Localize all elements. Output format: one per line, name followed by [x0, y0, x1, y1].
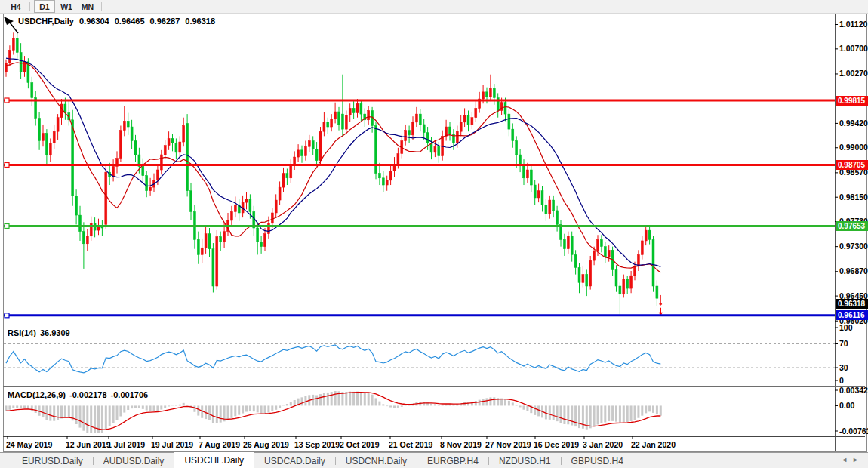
candle-body — [386, 180, 388, 185]
candle-body — [345, 115, 347, 129]
candle-body — [338, 112, 340, 125]
candle-body — [405, 131, 407, 141]
candle-body — [593, 251, 596, 260]
candle-body — [275, 200, 277, 213]
candle-body — [223, 232, 226, 242]
trading-app-window: H4D1W1MN USDCHF,Daily0.963040.964650.962… — [0, 0, 868, 468]
tab-nzdusd-h1[interactable]: NZDUSD.H1 — [489, 453, 561, 468]
level-line-handle[interactable] — [5, 313, 9, 318]
candle-body — [608, 250, 610, 257]
candle-body — [168, 138, 170, 145]
candle-body — [537, 191, 540, 198]
candle-body — [212, 249, 214, 286]
candle-body — [578, 267, 580, 282]
candle-body — [415, 114, 417, 122]
candle-body — [146, 176, 148, 191]
candle-body — [38, 118, 41, 140]
candle-body — [419, 114, 421, 125]
candle-body — [549, 200, 551, 214]
candle-body — [20, 52, 22, 72]
candle-body — [164, 146, 166, 155]
candle-body — [626, 279, 629, 288]
candle-body — [397, 153, 399, 164]
tab-eurgbp-h4[interactable]: EURGBP.H4 — [417, 453, 488, 468]
ohlc-close: 0.96318 — [185, 17, 215, 26]
candle-body — [57, 118, 59, 131]
candle-body — [112, 166, 115, 177]
candle-body — [534, 185, 536, 198]
candle-body — [156, 170, 159, 180]
candle-body — [504, 103, 506, 114]
candle-body — [119, 131, 122, 159]
candle-body — [430, 143, 432, 152]
tab-gbpusd-h4[interactable]: GBPUSD.H4 — [562, 453, 633, 468]
candle-body — [134, 141, 137, 155]
chart-window-frame — [4, 14, 867, 452]
candle-body — [319, 131, 322, 161]
candle-body — [434, 146, 436, 152]
candle-body — [179, 142, 181, 152]
candle-body — [356, 103, 359, 112]
candle-body — [630, 276, 633, 288]
candle-body — [260, 242, 263, 246]
candle-body — [597, 239, 599, 251]
candle-body — [257, 228, 259, 242]
candle-body — [301, 150, 303, 156]
candle-body — [79, 215, 82, 232]
level-line-handle[interactable] — [5, 223, 9, 228]
candle-body — [493, 88, 495, 97]
candle-body — [186, 123, 189, 190]
tab-audusd-daily[interactable]: AUDUSD.Daily — [94, 453, 174, 468]
tab-scroll-arrows[interactable]: ◄► — [841, 456, 863, 463]
candle-body — [463, 115, 466, 122]
candle-body — [656, 286, 658, 298]
candle-body — [45, 134, 48, 155]
candle-body — [205, 234, 207, 248]
candle-body — [589, 260, 592, 286]
tab-usdcad-daily[interactable]: USDCAD.Daily — [254, 453, 335, 468]
candle-body — [245, 199, 248, 203]
candle-body — [586, 275, 588, 286]
ohlc-low: 0.96287 — [150, 17, 180, 26]
level-line-handle[interactable] — [5, 162, 9, 167]
tab-scroll-left-icon[interactable]: ◄ — [841, 456, 852, 463]
candle-body — [456, 131, 458, 143]
candle-body — [334, 112, 337, 119]
symbol-period-label: USDCHF,Daily — [18, 17, 74, 26]
candle-body — [545, 205, 547, 214]
candle-body — [216, 237, 218, 286]
candle-body — [349, 108, 351, 115]
candle-body — [648, 230, 651, 239]
candle-body — [234, 205, 236, 211]
candle-body — [197, 239, 199, 254]
candle-body — [508, 114, 510, 129]
candle-body — [475, 108, 477, 117]
candle-body — [519, 155, 522, 165]
candle-body — [42, 134, 45, 141]
ohlc-open: 0.96304 — [79, 17, 109, 26]
macd-label: MACD(12,26,9)-0.002178-0.001706 — [8, 390, 152, 399]
candle-body — [412, 122, 414, 135]
candle-body — [123, 121, 125, 130]
candle-body — [308, 141, 310, 147]
candle-body — [290, 165, 292, 178]
candle-body — [183, 125, 185, 142]
candle-body — [208, 234, 211, 249]
candle-body — [423, 125, 425, 133]
candle-body — [637, 254, 639, 266]
candle-body — [282, 174, 285, 187]
rsi-label: RSI(14)36.9309 — [8, 328, 74, 337]
candle-body — [660, 303, 662, 304]
candle-body — [634, 266, 636, 276]
candle-body — [331, 119, 333, 127]
tab-eurusd-daily[interactable]: EURUSD.Daily — [12, 453, 93, 468]
tab-usdchf-daily[interactable]: USDCHF.Daily — [174, 452, 254, 468]
tab-scroll-right-icon[interactable]: ► — [852, 456, 863, 463]
candle-body — [267, 223, 269, 234]
candle-body — [541, 191, 543, 205]
candle-body — [553, 200, 555, 211]
tab-usdcnh-daily[interactable]: USDCNH.Daily — [336, 453, 417, 468]
candle-body — [641, 241, 643, 254]
candle-body — [149, 187, 152, 191]
level-line-handle[interactable] — [5, 98, 9, 103]
